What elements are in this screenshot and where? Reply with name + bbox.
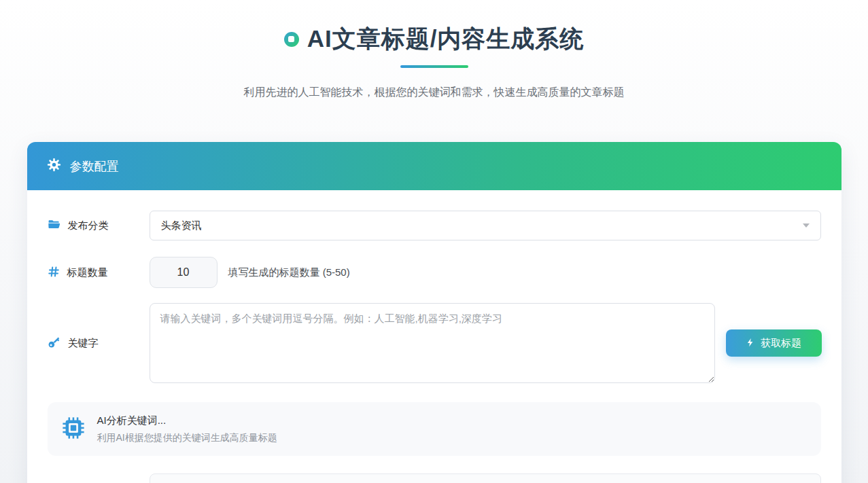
page-title-row: AI文章标题/内容生成系统 (0, 23, 868, 55)
gear-icon (47, 158, 61, 175)
keywords-label: 关键字 (68, 337, 99, 350)
fetch-titles-label: 获取标题 (761, 337, 801, 350)
title-count-hint: 填写生成的标题数量 (5-50) (228, 266, 350, 279)
chevron-down-icon (803, 223, 810, 228)
keywords-row: 关键字 获取标题 (48, 303, 821, 383)
category-row: 发布分类 头条资讯 (48, 211, 821, 240)
title-count-row: 标题数量 填写生成的标题数量 (5-50) (48, 257, 821, 288)
count-field-group: 填写生成的标题数量 (5-50) (150, 257, 821, 288)
open-folder-icon (48, 218, 60, 233)
ai-info-box: AI分析关键词... 利用AI根据您提供的关键词生成高质量标题 (48, 402, 821, 456)
keywords-textarea[interactable] (150, 303, 715, 383)
config-card-title: 参数配置 (70, 158, 119, 175)
config-card-header: 参数配置 (27, 142, 841, 190)
title-count-input[interactable] (150, 257, 218, 288)
keywords-field-group: 获取标题 (150, 303, 822, 383)
ai-info-subtitle: 利用AI根据您提供的关键词生成高质量标题 (97, 432, 277, 444)
category-label: 发布分类 (68, 219, 109, 232)
lightning-icon (746, 337, 755, 350)
keywords-label-group: 关键字 (48, 336, 150, 351)
count-label: 标题数量 (67, 266, 108, 279)
microchip-icon (61, 416, 86, 443)
config-card-body: 发布分类 头条资讯 标题数量 填写生成的标题数量 (5-50) (27, 190, 841, 483)
key-icon (48, 336, 60, 351)
category-select-value: 头条资讯 (161, 219, 202, 232)
next-section-input-partial[interactable] (150, 473, 821, 483)
page-subtitle: 利用先进的人工智能技术，根据您的关键词和需求，快速生成高质量的文章标题 (0, 86, 868, 100)
hashtag-icon (48, 266, 60, 280)
category-label-group: 发布分类 (48, 218, 150, 233)
ai-info-text: AI分析关键词... 利用AI根据您提供的关键词生成高质量标题 (97, 414, 277, 444)
count-label-group: 标题数量 (48, 266, 150, 280)
brand-dot-circle-icon (284, 32, 299, 47)
config-card: 参数配置 发布分类 头条资讯 (27, 142, 841, 483)
ai-info-title: AI分析关键词... (97, 414, 277, 427)
title-underline (400, 65, 468, 68)
hero-section: AI文章标题/内容生成系统 利用先进的人工智能技术，根据您的关键词和需求，快速生… (0, 0, 868, 100)
page-title: AI文章标题/内容生成系统 (307, 23, 585, 55)
category-select[interactable]: 头条资讯 (150, 211, 821, 240)
fetch-titles-button[interactable]: 获取标题 (726, 329, 822, 357)
